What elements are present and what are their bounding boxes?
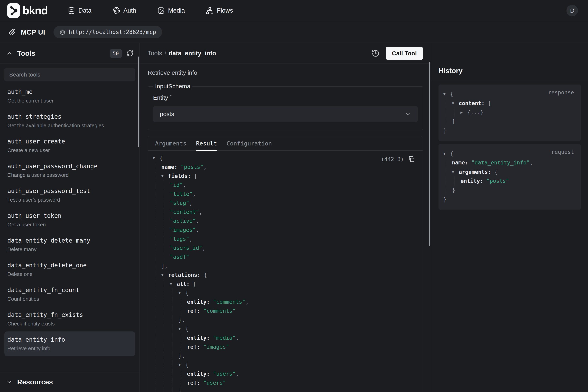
collapse-toggle-icon[interactable]: ▼ [153,154,160,162]
collapse-toggle-icon[interactable]: ▼ [161,172,168,180]
collapse-toggle-icon[interactable]: ▼ [161,270,168,279]
indent-guide [172,387,173,392]
tools-title: Tools [17,49,35,57]
search-input[interactable] [4,68,135,81]
json-string-value: "users_id" [170,245,202,251]
brand-logo[interactable]: bknd [7,4,48,18]
indent-guide [164,306,164,315]
collapse-toggle-icon[interactable]: ▼ [452,98,459,108]
nav-item-auth[interactable]: Auth [113,7,136,14]
tool-list-item-auth_me[interactable]: auth_meGet the current user [0,84,140,108]
nav-label-data: Data [78,7,91,14]
indent-guide [164,324,164,333]
json-row: ref: "users" [153,378,415,387]
mcp-title: MCP UI [21,28,45,36]
flow-icon [206,7,213,14]
tab-arguments[interactable]: Arguments [155,136,187,150]
json-row: } [443,195,575,204]
indent-guide [164,369,164,378]
json-row: ▼fields: [ [153,172,415,180]
json-row: name: "data_entity_info", [443,158,575,167]
tool-name: data_entity_fn_exists [7,311,132,318]
json-punctuation: {...} [467,109,483,116]
collapse-toggle-icon[interactable]: ▼ [452,167,459,176]
collapse-toggle-icon[interactable]: ▼ [179,324,185,333]
json-string-value: "tags" [170,236,190,242]
json-row: entity: "comments", [153,297,415,306]
result-panel: Arguments Result Configuration (442 B) [148,136,423,392]
resources-title: Resources [17,378,53,386]
json-string-value: "slug" [170,200,190,206]
history-entry-request[interactable]: request▼{name: "data_entity_info",▼argum… [438,144,581,210]
chevron-down-icon [6,378,13,386]
tool-description: Retrieve entity info [7,346,132,352]
tool-list: auth_meGet the current userauth_strategi… [0,84,140,369]
indent-guide [164,208,164,216]
json-key: entity: [460,178,483,184]
nav-item-data[interactable]: Data [68,7,91,14]
indent-guide [172,360,173,369]
indent-guide [164,315,164,324]
tool-list-item-data_entity_delete_one[interactable]: data_entity_delete_oneDelete one [0,257,140,282]
tool-list-item-data_entity_fn_exists[interactable]: data_entity_fn_existsCheck if entity exi… [0,307,140,332]
collapse-toggle-icon[interactable]: ▼ [443,89,450,98]
call-tool-button[interactable]: Call Tool [386,47,423,60]
history-cards: response▼{▼content: [▶{...}]}request▼{na… [431,80,588,214]
input-schema-legend: InputSchema [153,83,193,90]
tool-list-item-data_entity_fn_count[interactable]: data_entity_fn_countCount entities [0,282,140,307]
user-avatar[interactable]: D [567,5,578,16]
collapse-toggle-icon[interactable]: ▼ [179,288,185,297]
tools-section-header[interactable]: Tools 50 [0,43,140,64]
mcp-url: http://localhost:28623/mcp [69,29,156,35]
tool-list-item-data_entity_info[interactable]: data_entity_infoRetrieve entity info [4,332,135,356]
tab-configuration[interactable]: Configuration [226,136,272,150]
json-row: "id", [153,180,415,190]
refresh-tools-button[interactable] [126,50,134,57]
json-string-value: "id" [170,182,183,188]
sidebar-scrollbar[interactable] [138,56,139,147]
tool-list-item-auth_user_password_test[interactable]: auth_user_password_testTest a user's pas… [0,183,140,208]
indent-guide [155,208,155,216]
json-row: ▼{ [153,288,415,297]
tool-description: Count entities [7,296,132,302]
tool-list-item-data_entity_delete_many[interactable]: data_entity_delete_manyDelete many [0,232,140,257]
json-punctuation: [ [194,173,197,179]
json-punctuation: { [185,326,189,332]
tab-result[interactable]: Result [196,136,217,150]
tool-list-item-auth_strategies[interactable]: auth_strategiesGet the available authent… [0,108,140,133]
json-key: arguments: [459,169,491,175]
json-key: relations: [168,272,200,278]
resources-section-header[interactable]: Resources [0,372,140,392]
tab-bar: Arguments Result Configuration [148,136,423,151]
collapse-toggle-icon[interactable]: ▼ [170,279,177,288]
breadcrumb-section[interactable]: Tools [148,50,162,57]
main-panel: Tools/data_entity_info Call Tool Retriev… [140,43,431,392]
json-row: } [443,126,575,135]
entity-select[interactable]: posts [153,106,418,122]
json-comma: , [530,160,533,166]
indent-guide [164,288,164,297]
indent-guide [164,378,164,387]
json-row: } [443,186,575,195]
nav-item-media[interactable]: Media [157,7,185,14]
collapse-toggle-icon[interactable]: ▼ [179,360,185,369]
json-row: "users_id", [153,243,415,252]
tool-description: Delete one [7,271,132,277]
tool-description: Get the available authentication strateg… [7,122,132,129]
json-row: ▼{ [153,324,415,333]
history-entry-response[interactable]: response▼{▼content: [▶{...}]} [438,84,581,141]
indent-guide [172,378,173,387]
tool-list-item-auth_user_create[interactable]: auth_user_createCreate a new user [0,133,140,158]
indent-guide [155,288,155,297]
main-scrollbar[interactable] [429,62,430,246]
json-string-value: "content" [170,209,199,215]
history-button[interactable] [372,49,380,57]
tool-list-item-auth_user_token[interactable]: auth_user_tokenGet a user token [0,208,140,232]
tool-list-item-auth_user_password_change[interactable]: auth_user_password_changeChange a user's… [0,158,140,183]
nav-item-flows[interactable]: Flows [206,7,233,14]
expand-toggle-icon[interactable]: ▶ [460,108,467,117]
mcp-url-pill[interactable]: http://localhost:28623/mcp [53,26,162,38]
collapse-toggle-icon[interactable]: ▼ [443,149,450,158]
json-punctuation: { [494,169,498,175]
tool-name: data_entity_delete_many [7,237,132,244]
